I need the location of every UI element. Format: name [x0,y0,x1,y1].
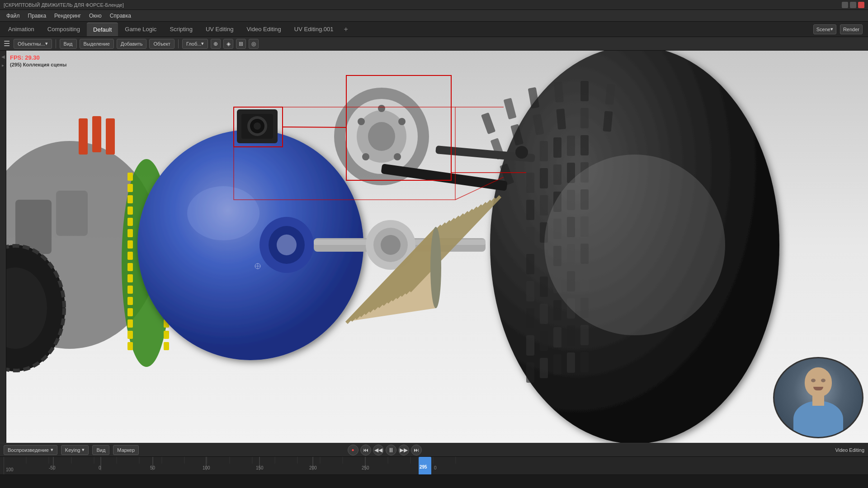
tab-compositing[interactable]: Compositing [41,23,86,36]
svg-rect-80 [127,286,133,294]
pause-button[interactable]: ⏸ [386,445,396,455]
sidebar-toggle[interactable]: ◀ [1,54,5,59]
svg-rect-71 [127,184,133,192]
svg-point-133 [254,122,261,130]
svg-rect-29 [526,227,534,247]
tab-default[interactable]: Default [87,23,118,36]
svg-point-103 [187,186,259,240]
window-controls [842,2,864,8]
tl-marker-menu[interactable]: Маркер [113,445,139,455]
svg-text:250: 250 [362,465,369,470]
keying-dropdown[interactable]: Keying [61,445,89,455]
svg-point-137 [368,122,395,151]
webcam-overlay [773,357,863,438]
svg-rect-75 [127,229,133,237]
svg-rect-65 [106,118,115,155]
svg-text:-50: -50 [49,465,56,470]
tab-scripting[interactable]: Scripting [163,23,199,36]
mode-dropdown[interactable]: Объектны... [14,39,52,49]
prev-frame-button[interactable]: ◀◀ [373,445,384,455]
tab-game-logic[interactable]: Game Logic [118,23,163,36]
menu-help[interactable]: Справка [106,12,135,20]
webcam-person-view [774,358,862,437]
scene-canvas: FPS: 29.30 (295) Коллекция сцены [6,51,868,443]
scene-icon[interactable]: Scene [813,24,836,34]
svg-rect-50 [540,331,548,351]
proportional-icon[interactable]: ◎ [249,39,259,49]
svg-rect-79 [127,274,133,282]
window-title: [СКРИПТОВЫЙ ДВИЖИТЕЛЬ ДЛЯ ФОРСЕ-Бленде] [4,2,842,8]
svg-text:0: 0 [99,465,101,470]
header-icon: ☰ [3,40,11,48]
pivot-icon[interactable]: ◈ [223,39,233,49]
menu-window[interactable]: Окно [85,12,105,20]
menu-render[interactable]: Рендеринг [51,12,85,20]
svg-rect-17 [567,136,575,156]
tab-uv-editing[interactable]: UV Editing [199,23,240,36]
jump-start-button[interactable]: ⏮ [360,445,371,455]
maximize-button[interactable] [850,2,856,8]
svg-point-140 [394,153,401,160]
svg-rect-15 [540,141,548,161]
sidebar-item-1: ▸ [2,63,4,68]
svg-point-59 [544,155,725,335]
scene-chevron [830,26,833,32]
sep-1 [56,39,56,48]
tl-right: Video Editing [835,447,864,453]
person-head [805,367,832,397]
timeline-ruler[interactable]: 100 -50 0 50 100 150 200 250 295 0 [0,457,868,474]
workspace-right-controls: Scene Render [813,24,866,34]
fps-overlay: FPS: 29.30 (295) Коллекция сцены [10,54,66,67]
svg-rect-19 [526,173,534,193]
menu-bar: Файл Правка Рендеринг Окно Справка [0,10,868,22]
svg-rect-85 [127,342,133,350]
viewport[interactable]: FPS: 29.30 (295) Коллекция сцены [6,51,868,443]
svg-rect-46 [553,300,561,320]
jump-end-button[interactable]: ⏭ [411,445,422,455]
workspace-tabs: Animation Compositing Default Game Logic… [0,22,868,37]
svg-rect-49 [526,335,534,356]
add-workspace-tab[interactable]: + [340,23,351,35]
svg-rect-20 [540,168,548,188]
render-engine-btn[interactable]: Render [840,24,863,34]
object-menu[interactable]: Объект [149,39,174,49]
title-bar: [СКРИПТОВЫЙ ДВИЖИТЕЛЬ ДЛЯ ФОРСЕ-Бленде] [0,0,868,10]
menu-file[interactable]: Файл [3,12,24,20]
svg-rect-77 [127,252,133,260]
left-sidebar: ◀ ▸ [0,51,6,443]
svg-rect-55 [540,358,548,378]
svg-rect-62 [56,191,88,236]
svg-text:100: 100 [6,467,14,472]
select-menu[interactable]: Выделение [80,39,114,49]
svg-rect-6 [580,81,589,101]
tl-view-menu[interactable]: Вид [92,445,109,455]
svg-rect-54 [526,362,534,383]
global-dropdown[interactable]: Глоб... [182,39,208,49]
tab-video-editing[interactable]: Video Editing [240,23,287,36]
svg-point-106 [277,235,297,255]
close-button[interactable] [858,2,864,8]
tab-animation[interactable]: Animation [2,23,41,36]
menu-edit[interactable]: Правка [24,12,50,20]
svg-rect-40 [540,277,548,297]
transform-icon[interactable]: ⊕ [211,39,221,49]
svg-point-141 [362,153,369,160]
fps-value: FPS: 29.30 [10,54,66,61]
snap-icon[interactable]: ⊞ [236,39,246,49]
svg-rect-73 [127,206,133,215]
scene-collection-info: (295) Коллекция сцены [10,62,66,67]
svg-rect-101 [164,342,169,350]
next-frame-button[interactable]: ▶▶ [398,445,409,455]
svg-rect-16 [553,137,561,158]
svg-rect-83 [127,319,133,328]
minimize-button[interactable] [842,2,848,8]
tab-uv-editing-001[interactable]: UV Editing.001 [288,23,340,36]
global-chevron [201,41,204,47]
keying-chevron [82,447,85,453]
add-menu[interactable]: Добавить [117,39,147,49]
view-menu[interactable]: Вид [60,39,77,49]
playback-dropdown[interactable]: Воспроизведение [4,445,57,455]
record-button[interactable]: ● [348,445,359,455]
svg-rect-84 [127,331,133,339]
svg-rect-78 [127,263,133,271]
